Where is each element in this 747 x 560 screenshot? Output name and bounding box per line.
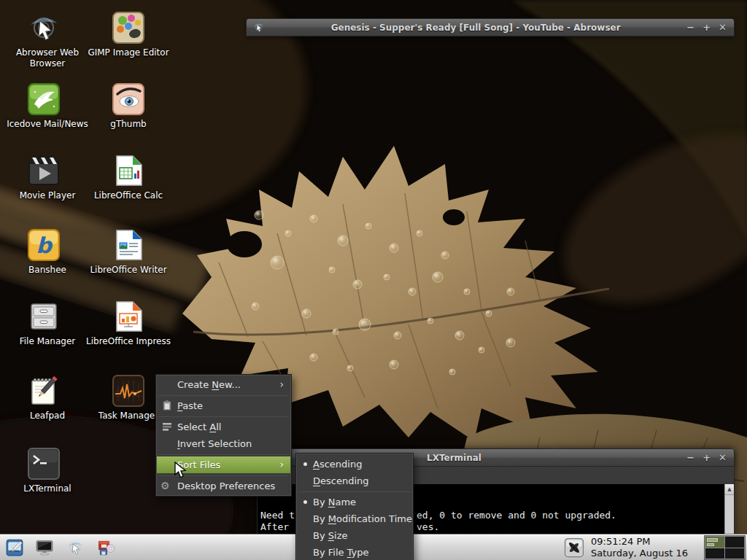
desktop-icon-movie-player[interactable]: Movie Player [0, 153, 88, 201]
desktop-icon-label: LibreOffice Calc [81, 190, 176, 201]
gear-icon: ⚙ [160, 478, 170, 494]
package-manager-icon [97, 538, 116, 557]
radio-selected-icon [303, 462, 307, 466]
libreoffice-calc-icon [111, 153, 146, 188]
movie-player-icon [26, 153, 61, 188]
minimize-button[interactable]: − [686, 453, 694, 462]
desktop-icon-label: GIMP Image Editor [81, 47, 176, 58]
submenu-item-descending[interactable]: Descending [297, 472, 412, 489]
menu-item-select-all[interactable]: Select All [157, 419, 290, 435]
desktop-settings-icon [5, 538, 24, 557]
menu-item-desktop-preferences[interactable]: ⚙ Desktop Preferences [157, 478, 290, 494]
icedove-icon [26, 82, 61, 117]
workspace-1[interactable] [705, 537, 724, 548]
minimize-button[interactable]: − [686, 23, 694, 32]
launcher-desktop-settings[interactable] [4, 537, 26, 559]
abrowser-icon [26, 10, 61, 45]
desktop-icon-label: LibreOffice Impress [81, 336, 176, 347]
select-all-icon [161, 421, 173, 432]
desktop-icon-lxterminal[interactable]: LXTerminal [0, 446, 88, 494]
sort-files-submenu: Ascending Descending By Name By Modifica… [295, 453, 414, 560]
workspace-4[interactable] [725, 548, 744, 559]
desktop-icon-gimp[interactable]: GIMP Image Editor [80, 10, 177, 58]
paste-icon [161, 400, 173, 411]
abrowser-favicon-icon [252, 21, 265, 34]
desktop-icon-label: gThumb [81, 119, 176, 130]
browser-window-titlebar[interactable]: Genesis - Supper's Ready [Full Song] - Y… [246, 18, 735, 36]
libreoffice-writer-icon [111, 228, 146, 262]
maximize-button[interactable]: + [703, 23, 711, 32]
submenu-arrow-icon: › [279, 376, 284, 393]
launcher-display[interactable] [34, 537, 55, 559]
desktop-icon-libreoffice-calc[interactable]: LibreOffice Calc [80, 153, 177, 201]
desktop-icon-banshee[interactable]: Banshee [0, 228, 88, 276]
task-manager-icon [111, 373, 146, 408]
gimp-icon [111, 10, 146, 45]
browser-window-title: Genesis - Supper's Ready [Full Song] - Y… [265, 23, 686, 33]
menu-item-invert-selection[interactable]: Invert Selection [157, 435, 290, 452]
desktop-icon-libreoffice-writer[interactable]: LibreOffice Writer [80, 228, 177, 276]
scroll-up-icon[interactable]: ▲ [725, 484, 734, 495]
desktop-icon-gthumb[interactable]: gThumb [80, 82, 177, 130]
lxterminal-icon [26, 446, 61, 481]
mouse-cursor [174, 462, 190, 479]
maximize-button[interactable]: + [703, 453, 711, 462]
submenu-item-by-file-type[interactable]: By File Type [297, 544, 412, 560]
workspace-2[interactable] [725, 537, 744, 548]
launcher-web-browser[interactable] [64, 537, 86, 559]
workspace-3[interactable] [705, 548, 724, 559]
clock-time: 09:51:24 PM [591, 536, 708, 548]
clock-applet-icon[interactable] [563, 537, 585, 559]
desktop-icon-icedove[interactable]: Icedove Mail/News [0, 82, 88, 130]
radio-selected-icon [303, 500, 307, 504]
menu-separator [158, 454, 289, 455]
close-button[interactable]: ✕ [719, 23, 727, 32]
menu-separator [298, 491, 411, 492]
submenu-item-by-modification-time[interactable]: By Modification Time [297, 510, 412, 527]
desktop-icon-leafpad[interactable]: Leafpad [0, 373, 88, 421]
menu-separator [158, 416, 289, 417]
globe-cursor-icon [66, 538, 85, 557]
menu-item-paste[interactable]: Paste [157, 397, 290, 414]
file-manager-icon [26, 299, 61, 334]
gthumb-icon [111, 82, 146, 117]
terminal-window-title: LXTerminal [427, 453, 481, 463]
desktop-icon-label: LXTerminal [0, 483, 95, 494]
clock-applet[interactable]: 09:51:24 PM Saturday, August 16 2014 [591, 536, 708, 560]
menu-separator [158, 395, 289, 396]
monitor-icon [35, 538, 54, 557]
submenu-item-ascending[interactable]: Ascending [297, 456, 412, 472]
desktop-icon-label: LibreOffice Writer [81, 265, 176, 276]
desktop-icon-abrowser[interactable]: Abrowser Web Browser [0, 10, 88, 69]
submenu-arrow-icon: › [279, 456, 284, 473]
launcher-package-manager[interactable] [96, 537, 117, 559]
leafpad-icon [26, 373, 61, 408]
desktop-icon-file-manager[interactable]: File Manager [0, 299, 88, 347]
submenu-item-by-name[interactable]: By Name [297, 494, 412, 510]
close-button[interactable]: ✕ [719, 453, 727, 462]
menu-item-create-new[interactable]: Create New... › [157, 376, 290, 393]
banshee-icon [26, 228, 61, 262]
desktop-screen: b [0, 0, 747, 560]
clock-date: Saturday, August 16 2014 [591, 548, 708, 560]
desktop-icon-libreoffice-impress[interactable]: LibreOffice Impress [80, 299, 177, 347]
workspace-pager [704, 535, 746, 560]
submenu-item-by-size[interactable]: By Size [297, 527, 412, 544]
libreoffice-impress-icon [111, 299, 146, 334]
